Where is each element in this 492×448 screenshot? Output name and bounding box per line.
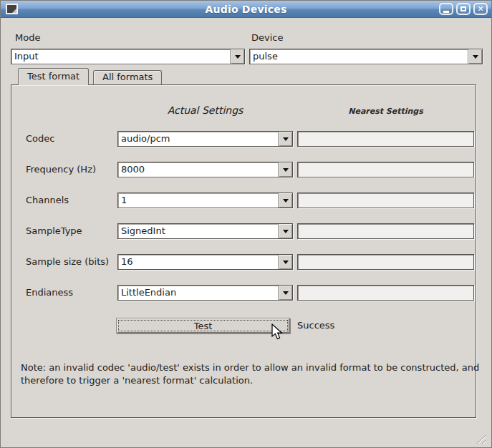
device-combobox-value: pulse [250, 49, 468, 64]
maximize-icon [460, 6, 466, 11]
row-dropdown-button[interactable] [278, 193, 292, 208]
chevron-down-icon [283, 137, 289, 141]
format-row: Frequency (Hz) 8000 [11, 162, 477, 177]
device-label: Device [251, 32, 283, 43]
chevron-down-icon [473, 55, 478, 59]
chevron-down-icon [283, 260, 289, 264]
test-format-pane: Actual Settings Nearest Settings Codec a… [11, 84, 476, 418]
row-combobox[interactable]: SignedInt [117, 223, 293, 239]
format-row: SampleType SignedInt [11, 223, 477, 239]
row-label: SampleType [26, 225, 82, 236]
row-label: Channels [26, 195, 69, 205]
window-controls: ✕ [439, 3, 488, 15]
test-button[interactable]: Test [116, 318, 290, 333]
titlebar[interactable]: Audio Devices ✕ [1, 1, 491, 18]
device-dropdown-button[interactable] [468, 49, 482, 64]
nearest-value-field [297, 254, 474, 270]
row-label: Codec [26, 133, 54, 144]
nearest-value-field [297, 223, 474, 239]
note-text: Note: an invalid codec 'audio/test' exis… [21, 361, 481, 387]
nearest-value-field [297, 285, 474, 301]
nearest-value-field [297, 131, 474, 147]
row-combobox-value: 8000 [118, 162, 278, 177]
mouse-cursor-icon [271, 323, 286, 341]
row-dropdown-button[interactable] [278, 255, 292, 269]
row-combobox-value: audio/pcm [118, 132, 278, 146]
minimize-button[interactable] [439, 3, 453, 15]
row-combobox[interactable]: 1 [117, 193, 293, 208]
row-combobox-value: 1 [118, 193, 278, 208]
mode-label: Mode [15, 32, 40, 43]
row-label: Endianess [26, 287, 73, 298]
row-combobox-value: 16 [118, 255, 278, 269]
format-row: Channels 1 [11, 193, 477, 208]
row-combobox[interactable]: LittleEndian [117, 285, 293, 301]
nearest-value-field [297, 162, 474, 177]
maximize-button[interactable] [456, 3, 471, 15]
nearest-settings-header: Nearest Settings [297, 107, 474, 116]
chevron-down-icon [283, 230, 289, 233]
close-icon: ✕ [477, 5, 483, 13]
row-label: Frequency (Hz) [26, 164, 96, 175]
test-status-label: Success [297, 320, 334, 331]
actual-settings-header: Actual Settings [117, 104, 293, 116]
format-row: Endianess LittleEndian [11, 285, 477, 301]
chevron-down-icon [283, 291, 289, 295]
minimize-icon [443, 11, 449, 13]
row-combobox[interactable]: 16 [117, 254, 293, 270]
nearest-value-field [297, 193, 474, 208]
mode-combobox-value: Input [11, 49, 230, 64]
chevron-down-icon [235, 55, 241, 59]
window-title: Audio Devices [1, 4, 491, 15]
mode-combobox[interactable]: Input [11, 49, 245, 64]
audio-devices-window: Audio Devices ✕ Mode Input Device pulse … [0, 0, 492, 448]
window-menu-icon[interactable] [6, 4, 18, 14]
tab-all-formats[interactable]: All formats [93, 70, 162, 84]
close-button[interactable]: ✕ [473, 3, 488, 15]
format-row: Sample size (bits) 16 [11, 254, 477, 270]
chevron-down-icon [283, 199, 289, 203]
row-dropdown-button[interactable] [278, 224, 292, 238]
row-combobox-value: SignedInt [118, 224, 278, 238]
format-row: Codec audio/pcm [11, 131, 477, 147]
row-combobox[interactable]: 8000 [117, 162, 293, 177]
mode-dropdown-button[interactable] [230, 49, 244, 64]
device-combobox[interactable]: pulse [249, 49, 483, 64]
resize-grip[interactable] [473, 432, 486, 444]
row-combobox[interactable]: audio/pcm [117, 131, 293, 147]
row-label: Sample size (bits) [26, 256, 109, 267]
row-dropdown-button[interactable] [278, 162, 292, 177]
chevron-down-icon [283, 168, 289, 172]
tab-test-format[interactable]: Test format [18, 68, 89, 85]
row-dropdown-button[interactable] [278, 132, 292, 146]
row-combobox-value: LittleEndian [118, 286, 278, 300]
row-dropdown-button[interactable] [278, 286, 292, 300]
